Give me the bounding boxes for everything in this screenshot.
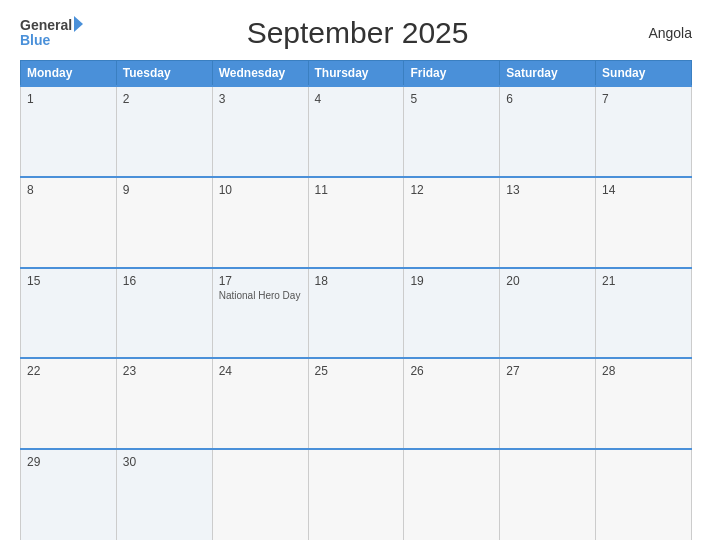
calendar-cell: 21 xyxy=(596,268,692,359)
day-number: 18 xyxy=(315,274,398,288)
weekday-header-row: Monday Tuesday Wednesday Thursday Friday… xyxy=(21,61,692,87)
calendar-table: Monday Tuesday Wednesday Thursday Friday… xyxy=(20,60,692,540)
calendar-week-row: 1234567 xyxy=(21,86,692,177)
calendar-cell: 14 xyxy=(596,177,692,268)
calendar-cell: 28 xyxy=(596,358,692,449)
day-number: 4 xyxy=(315,92,398,106)
col-friday: Friday xyxy=(404,61,500,87)
day-number: 13 xyxy=(506,183,589,197)
calendar-cell: 25 xyxy=(308,358,404,449)
day-number: 12 xyxy=(410,183,493,197)
calendar-cell: 8 xyxy=(21,177,117,268)
day-number: 26 xyxy=(410,364,493,378)
calendar-cell: 20 xyxy=(500,268,596,359)
calendar-cell: 11 xyxy=(308,177,404,268)
day-number: 15 xyxy=(27,274,110,288)
calendar-week-row: 891011121314 xyxy=(21,177,692,268)
col-thursday: Thursday xyxy=(308,61,404,87)
calendar-cell: 26 xyxy=(404,358,500,449)
calendar-page: General Blue September 2025 Angola Monda… xyxy=(0,0,712,550)
calendar-cell xyxy=(596,449,692,540)
logo-general: General xyxy=(20,18,72,32)
calendar-cell: 15 xyxy=(21,268,117,359)
calendar-cell xyxy=(404,449,500,540)
calendar-cell: 5 xyxy=(404,86,500,177)
calendar-cell: 18 xyxy=(308,268,404,359)
day-number: 28 xyxy=(602,364,685,378)
calendar-cell: 27 xyxy=(500,358,596,449)
calendar-cell xyxy=(308,449,404,540)
calendar-week-row: 22232425262728 xyxy=(21,358,692,449)
calendar-cell: 7 xyxy=(596,86,692,177)
calendar-cell: 17National Hero Day xyxy=(212,268,308,359)
calendar-cell: 13 xyxy=(500,177,596,268)
day-number: 10 xyxy=(219,183,302,197)
calendar-cell: 19 xyxy=(404,268,500,359)
calendar-cell: 4 xyxy=(308,86,404,177)
calendar-week-row: 2930 xyxy=(21,449,692,540)
day-number: 16 xyxy=(123,274,206,288)
calendar-cell: 22 xyxy=(21,358,117,449)
country-label: Angola xyxy=(632,25,692,41)
logo-blue: Blue xyxy=(20,32,50,48)
calendar-cell: 16 xyxy=(116,268,212,359)
logo-flag-icon xyxy=(74,16,83,32)
calendar-cell: 12 xyxy=(404,177,500,268)
day-number: 14 xyxy=(602,183,685,197)
day-number: 24 xyxy=(219,364,302,378)
day-number: 21 xyxy=(602,274,685,288)
calendar-week-row: 151617National Hero Day18192021 xyxy=(21,268,692,359)
day-number: 17 xyxy=(219,274,302,288)
day-number: 3 xyxy=(219,92,302,106)
day-number: 6 xyxy=(506,92,589,106)
day-number: 22 xyxy=(27,364,110,378)
calendar-cell: 24 xyxy=(212,358,308,449)
calendar-title: September 2025 xyxy=(83,16,632,50)
holiday-label: National Hero Day xyxy=(219,290,302,301)
day-number: 8 xyxy=(27,183,110,197)
calendar-cell: 23 xyxy=(116,358,212,449)
day-number: 9 xyxy=(123,183,206,197)
calendar-cell: 29 xyxy=(21,449,117,540)
day-number: 20 xyxy=(506,274,589,288)
day-number: 25 xyxy=(315,364,398,378)
calendar-cell: 30 xyxy=(116,449,212,540)
day-number: 19 xyxy=(410,274,493,288)
calendar-cell: 6 xyxy=(500,86,596,177)
day-number: 2 xyxy=(123,92,206,106)
calendar-cell: 9 xyxy=(116,177,212,268)
day-number: 30 xyxy=(123,455,206,469)
calendar-cell: 1 xyxy=(21,86,117,177)
day-number: 11 xyxy=(315,183,398,197)
logo: General Blue xyxy=(20,18,83,48)
col-saturday: Saturday xyxy=(500,61,596,87)
col-monday: Monday xyxy=(21,61,117,87)
calendar-cell xyxy=(500,449,596,540)
calendar-cell: 2 xyxy=(116,86,212,177)
calendar-cell xyxy=(212,449,308,540)
day-number: 1 xyxy=(27,92,110,106)
day-number: 27 xyxy=(506,364,589,378)
calendar-cell: 3 xyxy=(212,86,308,177)
day-number: 23 xyxy=(123,364,206,378)
col-sunday: Sunday xyxy=(596,61,692,87)
day-number: 7 xyxy=(602,92,685,106)
day-number: 5 xyxy=(410,92,493,106)
calendar-cell: 10 xyxy=(212,177,308,268)
col-wednesday: Wednesday xyxy=(212,61,308,87)
col-tuesday: Tuesday xyxy=(116,61,212,87)
day-number: 29 xyxy=(27,455,110,469)
calendar-header: General Blue September 2025 Angola xyxy=(20,16,692,50)
